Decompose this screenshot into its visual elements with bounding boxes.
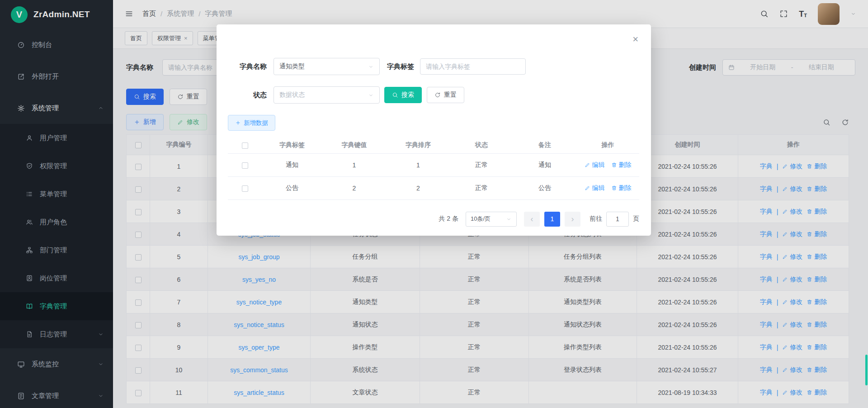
goto-label: 前往 [590, 215, 602, 223]
dict-label: 公告 [286, 184, 298, 191]
dialog-filter-row-2: 状态 数据状态 搜索 重置 [228, 86, 639, 104]
dict-value: 1 [353, 161, 356, 169]
trash-icon [611, 185, 617, 191]
status-text: 正常 [475, 184, 488, 191]
pagination: 共 2 条 10条/页 ‹ 1 › 前往 页 [228, 212, 639, 227]
column-header: 字典排序 [387, 138, 450, 153]
status-label: 状态 [228, 91, 267, 100]
prev-page-button[interactable]: ‹ [524, 212, 540, 227]
row-actions: 编辑 删除 [576, 184, 639, 192]
plus-icon [235, 120, 241, 126]
app-root: V ZrAdmin.NET 控制台 外部打开 系统管理 用户管理 [0, 0, 868, 408]
next-icon: › [571, 214, 574, 224]
search-icon [392, 92, 398, 98]
scrollbar-thumb[interactable] [865, 355, 868, 385]
column-header: 备注 [513, 138, 576, 153]
close-icon[interactable]: × [632, 34, 638, 44]
goto-page: 前往 页 [590, 212, 639, 227]
dict-name-label: 字典名称 [228, 62, 267, 71]
chevron-down-icon [368, 92, 374, 98]
goto-page-input[interactable] [606, 212, 629, 227]
button-label: 新增数据 [244, 119, 268, 127]
select-all-checkbox[interactable] [242, 142, 248, 149]
refresh-icon [434, 92, 441, 98]
link-label: 删除 [619, 161, 632, 169]
dict-data-dialog: × 字典名称 通知类型 字典标签 状态 数据状态 搜索 [217, 24, 651, 236]
reset-button[interactable]: 重置 [427, 87, 464, 103]
dict-tag-label: 字典标签 [387, 62, 414, 71]
button-label: 搜索 [401, 91, 414, 99]
column-header: 字典标签 [262, 138, 322, 153]
current-page-button[interactable]: 1 [544, 212, 560, 227]
dialog-filter-row-1: 字典名称 通知类型 字典标签 [228, 58, 639, 75]
link-label: 删除 [619, 184, 632, 192]
pencil-icon [585, 162, 590, 168]
status-select[interactable]: 数据状态 [274, 86, 380, 104]
pencil-icon [585, 185, 590, 191]
chevron-down-icon [368, 64, 374, 70]
total-count: 共 2 条 [439, 215, 458, 223]
dict-name-select[interactable]: 通知类型 [274, 58, 380, 75]
search-button[interactable]: 搜索 [384, 87, 422, 103]
page-size-select[interactable]: 10条/页 [466, 212, 517, 227]
delete-link[interactable]: 删除 [611, 161, 632, 169]
chevron-down-icon [506, 216, 512, 222]
dict-data-row: 通知 1 1 正常 通知 编辑 删除 [228, 153, 639, 176]
remark-text: 公告 [538, 184, 551, 191]
prev-icon: ‹ [531, 214, 533, 224]
remark-text: 通知 [538, 161, 551, 168]
select-placeholder: 数据状态 [279, 91, 305, 99]
page-unit-label: 页 [633, 215, 639, 223]
row-checkbox[interactable] [242, 185, 248, 192]
dict-sort: 2 [416, 185, 420, 192]
dict-tag-input[interactable] [420, 58, 526, 75]
row-actions: 编辑 删除 [576, 161, 639, 169]
page-number: 1 [551, 215, 554, 223]
table-header-row: 字典标签 字典键值 字典排序 状态 备注 操作 [228, 138, 639, 153]
column-header: 字典键值 [322, 138, 387, 153]
dict-sort: 1 [416, 161, 420, 169]
row-checkbox[interactable] [242, 162, 248, 169]
select-value: 通知类型 [279, 62, 305, 71]
trash-icon [611, 162, 617, 168]
link-label: 编辑 [592, 161, 605, 169]
page-size-value: 10条/页 [471, 215, 491, 223]
add-data-button[interactable]: 新增数据 [228, 115, 275, 131]
edit-link[interactable]: 编辑 [585, 184, 605, 192]
next-page-button[interactable]: › [565, 212, 580, 227]
dialog-body: 字典名称 通知类型 字典标签 状态 数据状态 搜索 [217, 24, 651, 227]
dict-value: 2 [353, 185, 356, 192]
delete-link[interactable]: 删除 [611, 184, 632, 192]
dict-data-row: 公告 2 2 正常 公告 编辑 删除 [228, 176, 639, 199]
column-header: 操作 [576, 138, 639, 153]
button-label: 重置 [444, 91, 457, 99]
status-text: 正常 [475, 161, 488, 168]
dict-label: 通知 [286, 161, 298, 168]
edit-link[interactable]: 编辑 [585, 161, 605, 169]
link-label: 编辑 [592, 184, 605, 192]
column-header: 状态 [450, 138, 513, 153]
dict-data-table: 字典标签 字典键值 字典排序 状态 备注 操作 通知 1 [228, 138, 639, 200]
